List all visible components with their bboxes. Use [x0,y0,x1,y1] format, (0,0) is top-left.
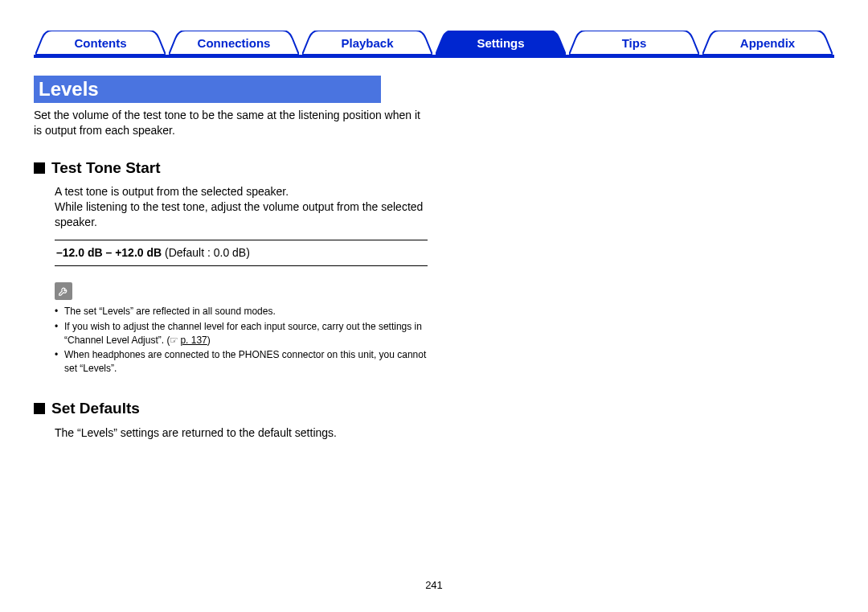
sub1-description: A test tone is output from the selected … [55,184,428,230]
nav-tab-settings[interactable]: Settings [436,31,566,55]
sub2-description: The “Levels” settings are returned to th… [55,425,428,441]
page-number: 241 [0,579,868,591]
note-list: The set “Levels” are reflected in all so… [55,305,428,376]
nav-tab-appendix[interactable]: Appendix [702,31,833,55]
nav-tab-contents[interactable]: Contents [35,31,166,55]
subheading-test-tone-start: Test Tone Start [34,158,428,179]
top-nav: ContentsConnectionsPlaybackSettingsTipsA… [34,24,834,58]
note-block: The set “Levels” are reflected in all so… [55,282,428,376]
section-title: Levels [39,78,99,100]
note-item: The set “Levels” are reflected in all so… [55,305,428,318]
pointer-icon: ☞ [170,335,178,346]
nav-tab-label[interactable]: Playback [302,31,432,55]
square-bullet-icon [34,403,45,414]
subheading-set-defaults: Set Defaults [34,398,428,419]
nav-tab-label[interactable]: Contents [35,31,166,55]
nav-tab-connections[interactable]: Connections [169,31,299,55]
wrench-icon [55,282,72,300]
nav-tab-playback[interactable]: Playback [302,31,432,55]
nav-tab-label[interactable]: Connections [169,31,299,55]
square-bullet-icon [34,162,45,174]
nav-tab-label[interactable]: Settings [436,31,566,55]
subheading-2-text: Set Defaults [51,398,140,419]
nav-tab-tips[interactable]: Tips [569,31,699,55]
nav-tabs: ContentsConnectionsPlaybackSettingsTipsA… [34,24,834,55]
subheading-1-text: Test Tone Start [51,158,160,179]
value-range-row: –12.0 dB – +12.0 dB (Default : 0.0 dB) [55,240,428,266]
content-column: Set the volume of the test tone to be th… [34,108,428,450]
note-item: When headphones are connected to the PHO… [55,348,428,376]
note-item: If you wish to adjust the channel level … [55,320,428,347]
section-title-banner: Levels [34,76,381,103]
nav-tab-label[interactable]: Appendix [702,31,833,55]
nav-tab-label[interactable]: Tips [569,31,699,55]
range-default: (Default : 0.0 dB) [162,246,250,259]
page-reference-link[interactable]: p. 137 [180,335,207,346]
intro-text: Set the volume of the test tone to be th… [34,108,428,138]
range-bold: –12.0 dB – +12.0 dB [56,246,162,259]
